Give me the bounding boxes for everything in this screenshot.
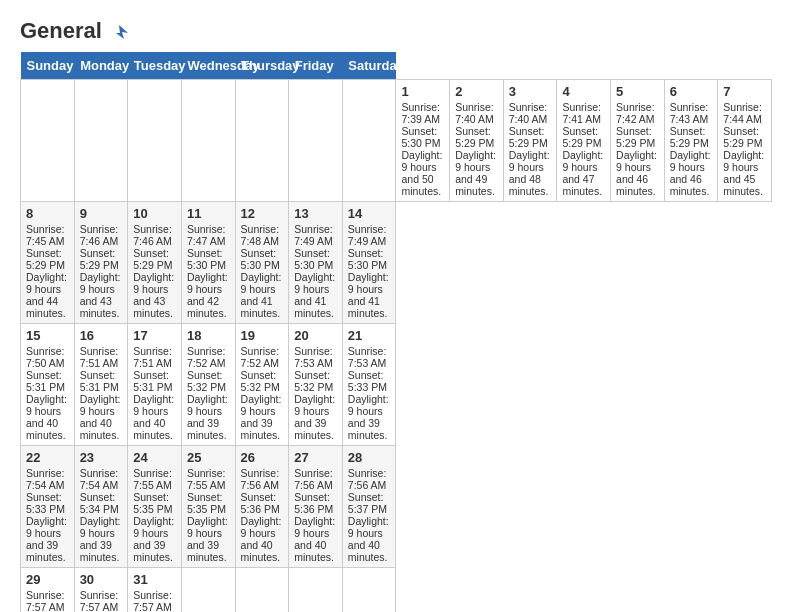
daylight-text: Daylight: 9 hours and 43 minutes. <box>133 271 174 319</box>
daylight-text: Daylight: 9 hours and 39 minutes. <box>80 515 121 563</box>
day-number: 9 <box>80 206 123 221</box>
daylight-text: Daylight: 9 hours and 50 minutes. <box>401 149 442 197</box>
weekday-header-thursday: Thursday <box>235 52 289 80</box>
daylight-text: Daylight: 9 hours and 48 minutes. <box>509 149 550 197</box>
calendar-cell: 21 Sunrise: 7:53 AM Sunset: 5:33 PM Dayl… <box>342 324 396 446</box>
calendar-cell: 31 Sunrise: 7:57 AM Sunset: 5:39 PM Dayl… <box>128 568 182 613</box>
calendar-cell: 11 Sunrise: 7:47 AM Sunset: 5:30 PM Dayl… <box>181 202 235 324</box>
calendar-cell <box>289 80 343 202</box>
daylight-text: Daylight: 9 hours and 40 minutes. <box>26 393 67 441</box>
page-header: General <box>20 20 772 42</box>
sunset-text: Sunset: 5:37 PM <box>348 491 387 515</box>
calendar-week-4: 22 Sunrise: 7:54 AM Sunset: 5:33 PM Dayl… <box>21 446 772 568</box>
sunrise-text: Sunrise: 7:42 AM <box>616 101 655 125</box>
sunrise-text: Sunrise: 7:46 AM <box>133 223 172 247</box>
weekday-header-saturday: Saturday <box>342 52 396 80</box>
sunrise-text: Sunrise: 7:56 AM <box>241 467 280 491</box>
day-number: 8 <box>26 206 69 221</box>
sunset-text: Sunset: 5:34 PM <box>80 491 119 515</box>
sunset-text: Sunset: 5:35 PM <box>133 491 172 515</box>
day-number: 19 <box>241 328 284 343</box>
day-number: 22 <box>26 450 69 465</box>
calendar-cell: 28 Sunrise: 7:56 AM Sunset: 5:37 PM Dayl… <box>342 446 396 568</box>
weekday-header-tuesday: Tuesday <box>128 52 182 80</box>
calendar-cell: 6 Sunrise: 7:43 AM Sunset: 5:29 PM Dayli… <box>664 80 718 202</box>
calendar-cell: 15 Sunrise: 7:50 AM Sunset: 5:31 PM Dayl… <box>21 324 75 446</box>
day-number: 23 <box>80 450 123 465</box>
sunset-text: Sunset: 5:36 PM <box>294 491 333 515</box>
day-number: 1 <box>401 84 444 99</box>
sunrise-text: Sunrise: 7:56 AM <box>294 467 333 491</box>
calendar-cell: 30 Sunrise: 7:57 AM Sunset: 5:38 PM Dayl… <box>74 568 128 613</box>
calendar-cell: 27 Sunrise: 7:56 AM Sunset: 5:36 PM Dayl… <box>289 446 343 568</box>
daylight-text: Daylight: 9 hours and 39 minutes. <box>26 515 67 563</box>
calendar-cell <box>181 568 235 613</box>
daylight-text: Daylight: 9 hours and 39 minutes. <box>133 515 174 563</box>
daylight-text: Daylight: 9 hours and 40 minutes. <box>133 393 174 441</box>
sunset-text: Sunset: 5:31 PM <box>133 369 172 393</box>
daylight-text: Daylight: 9 hours and 40 minutes. <box>294 515 335 563</box>
day-number: 21 <box>348 328 391 343</box>
sunset-text: Sunset: 5:30 PM <box>348 247 387 271</box>
day-number: 10 <box>133 206 176 221</box>
day-number: 27 <box>294 450 337 465</box>
day-number: 12 <box>241 206 284 221</box>
daylight-text: Daylight: 9 hours and 42 minutes. <box>187 271 228 319</box>
weekday-header-monday: Monday <box>74 52 128 80</box>
sunset-text: Sunset: 5:31 PM <box>80 369 119 393</box>
calendar-cell: 13 Sunrise: 7:49 AM Sunset: 5:30 PM Dayl… <box>289 202 343 324</box>
daylight-text: Daylight: 9 hours and 41 minutes. <box>294 271 335 319</box>
sunset-text: Sunset: 5:32 PM <box>187 369 226 393</box>
day-number: 25 <box>187 450 230 465</box>
daylight-text: Daylight: 9 hours and 39 minutes. <box>294 393 335 441</box>
calendar-cell: 17 Sunrise: 7:51 AM Sunset: 5:31 PM Dayl… <box>128 324 182 446</box>
sunrise-text: Sunrise: 7:52 AM <box>187 345 226 369</box>
calendar-cell <box>342 80 396 202</box>
day-number: 15 <box>26 328 69 343</box>
daylight-text: Daylight: 9 hours and 39 minutes. <box>348 393 389 441</box>
logo: General <box>20 20 128 42</box>
sunset-text: Sunset: 5:29 PM <box>455 125 494 149</box>
daylight-text: Daylight: 9 hours and 41 minutes. <box>241 271 282 319</box>
day-number: 13 <box>294 206 337 221</box>
day-number: 7 <box>723 84 766 99</box>
sunset-text: Sunset: 5:32 PM <box>241 369 280 393</box>
sunset-text: Sunset: 5:32 PM <box>294 369 333 393</box>
calendar-cell: 10 Sunrise: 7:46 AM Sunset: 5:29 PM Dayl… <box>128 202 182 324</box>
sunrise-text: Sunrise: 7:57 AM <box>26 589 65 612</box>
calendar-cell <box>235 80 289 202</box>
daylight-text: Daylight: 9 hours and 41 minutes. <box>348 271 389 319</box>
weekday-header-wednesday: Wednesday <box>181 52 235 80</box>
sunrise-text: Sunrise: 7:44 AM <box>723 101 762 125</box>
sunrise-text: Sunrise: 7:54 AM <box>26 467 65 491</box>
daylight-text: Daylight: 9 hours and 49 minutes. <box>455 149 496 197</box>
daylight-text: Daylight: 9 hours and 46 minutes. <box>670 149 711 197</box>
daylight-text: Daylight: 9 hours and 40 minutes. <box>80 393 121 441</box>
sunset-text: Sunset: 5:30 PM <box>401 125 440 149</box>
sunset-text: Sunset: 5:29 PM <box>562 125 601 149</box>
sunset-text: Sunset: 5:33 PM <box>26 491 65 515</box>
calendar-cell: 16 Sunrise: 7:51 AM Sunset: 5:31 PM Dayl… <box>74 324 128 446</box>
sunset-text: Sunset: 5:30 PM <box>241 247 280 271</box>
sunrise-text: Sunrise: 7:57 AM <box>133 589 172 612</box>
day-number: 29 <box>26 572 69 587</box>
sunrise-text: Sunrise: 7:56 AM <box>348 467 387 491</box>
day-number: 18 <box>187 328 230 343</box>
calendar-cell: 23 Sunrise: 7:54 AM Sunset: 5:34 PM Dayl… <box>74 446 128 568</box>
daylight-text: Daylight: 9 hours and 40 minutes. <box>241 515 282 563</box>
calendar-cell: 18 Sunrise: 7:52 AM Sunset: 5:32 PM Dayl… <box>181 324 235 446</box>
calendar-cell: 25 Sunrise: 7:55 AM Sunset: 5:35 PM Dayl… <box>181 446 235 568</box>
calendar-cell <box>342 568 396 613</box>
sunset-text: Sunset: 5:31 PM <box>26 369 65 393</box>
sunrise-text: Sunrise: 7:54 AM <box>80 467 119 491</box>
sunrise-text: Sunrise: 7:49 AM <box>348 223 387 247</box>
daylight-text: Daylight: 9 hours and 39 minutes. <box>187 393 228 441</box>
daylight-text: Daylight: 9 hours and 46 minutes. <box>616 149 657 197</box>
weekday-header-sunday: Sunday <box>21 52 75 80</box>
sunrise-text: Sunrise: 7:41 AM <box>562 101 601 125</box>
day-number: 2 <box>455 84 498 99</box>
calendar-cell <box>21 80 75 202</box>
daylight-text: Daylight: 9 hours and 43 minutes. <box>80 271 121 319</box>
sunrise-text: Sunrise: 7:57 AM <box>80 589 119 612</box>
calendar-cell: 5 Sunrise: 7:42 AM Sunset: 5:29 PM Dayli… <box>611 80 665 202</box>
